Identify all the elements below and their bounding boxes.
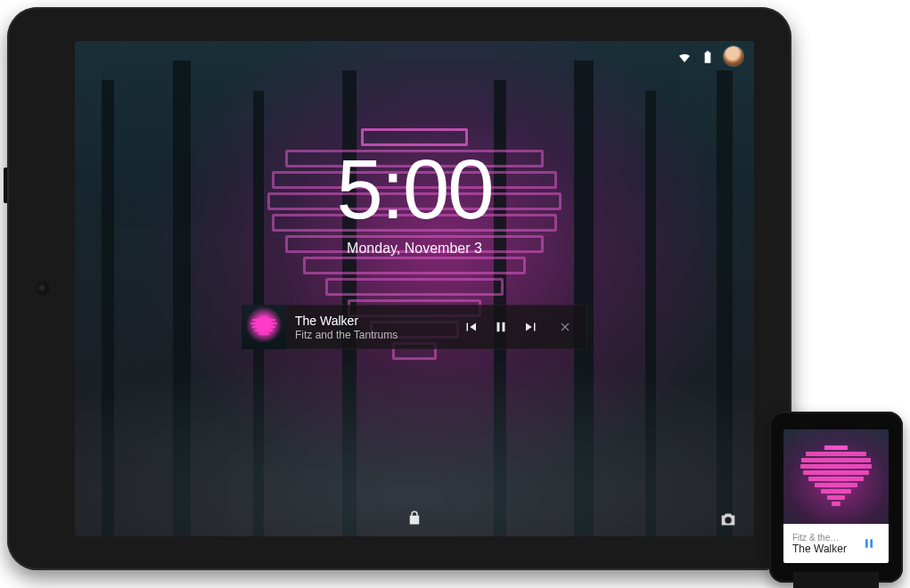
watch-media-artist: Fitz & the… [792,533,857,543]
watch-media-title: The Walker [792,543,857,555]
media-controls [463,319,587,335]
album-art-thumbnail[interactable] [242,305,286,349]
camera-icon[interactable] [718,510,738,527]
tablet-lockscreen[interactable]: 5:00 Monday, November 3 The Walker Fitz … [75,41,754,536]
close-icon[interactable] [559,321,571,333]
lockscreen-wallpaper [75,41,754,536]
tablet-device: 5:00 Monday, November 3 The Walker Fitz … [7,7,791,570]
skip-previous-icon[interactable] [463,319,479,335]
tablet-power-button[interactable] [4,167,7,203]
lockscreen-bottom-bar [75,510,754,527]
media-notification[interactable]: The Walker Fitz and the Tantrums [242,305,587,349]
watch-screen[interactable]: Fitz & the… The Walker [783,429,889,563]
media-title: The Walker [295,314,454,328]
media-artist: Fitz and the Tantrums [295,329,454,341]
pause-icon[interactable] [493,319,509,335]
watch-media-text: Fitz & the… The Walker [792,533,857,555]
battery-icon [701,50,715,62]
watch-media-card[interactable]: Fitz & the… The Walker [783,524,889,563]
watch-device: Fitz & the… The Walker [769,412,903,583]
lockscreen-clock: 5:00 Monday, November 3 [75,148,754,257]
watch-album-art [799,445,873,508]
status-bar [677,46,743,66]
tablet-front-camera [38,284,47,293]
watch-strap [793,572,879,588]
wifi-icon [677,50,692,62]
skip-next-icon[interactable] [523,319,539,335]
clock-date: Monday, November 3 [75,241,754,257]
lock-icon[interactable] [406,510,422,527]
user-avatar[interactable] [724,46,743,66]
pause-icon[interactable] [857,531,881,556]
clock-time: 5:00 [75,148,754,232]
media-text[interactable]: The Walker Fitz and the Tantrums [286,314,463,341]
